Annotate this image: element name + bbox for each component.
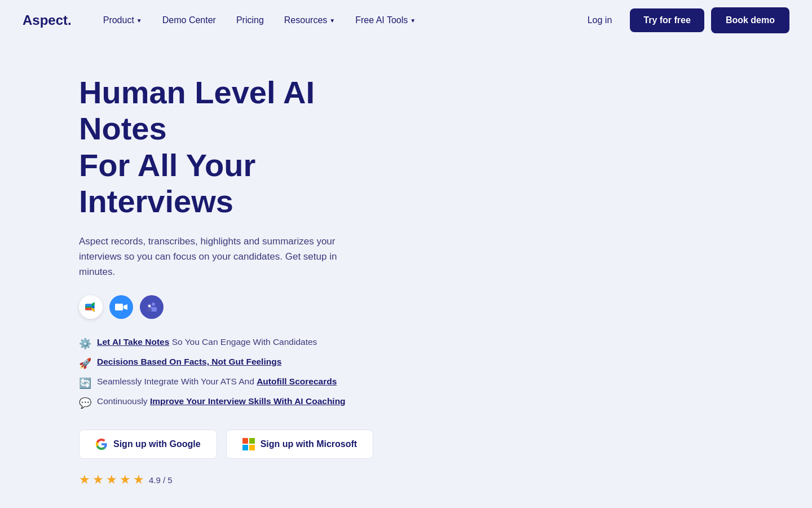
feature-item-1: ⚙️ Let AI Take Notes So You Can Engage W… [79,337,733,350]
platform-icons [79,295,733,319]
feature-link-3[interactable]: Autofill Scorecards [257,376,337,386]
feature-link-1[interactable]: Let AI Take Notes [97,337,169,347]
feature-link-4[interactable]: Improve Your Interview Skills With AI Co… [150,396,346,406]
nav-links: Product ▼ Demo Center Pricing Resources … [94,11,576,30]
star-1: ★ [79,472,90,487]
nav-demo-center[interactable]: Demo Center [153,11,225,30]
star-2: ★ [92,472,104,487]
svg-rect-6 [147,308,152,312]
feature-item-2: 🚀 Decisions Based On Facts, Not Gut Feel… [79,357,733,370]
star-3: ★ [106,472,117,487]
book-demo-button[interactable]: Book demo [711,7,789,33]
hero-subtitle: Aspect records, transcribes, highlights … [79,234,372,280]
login-button[interactable]: Log in [576,10,624,31]
resources-dropdown-arrow: ▼ [329,17,335,24]
zoom-icon [109,295,133,319]
nav-actions: Log in Try for free Book demo [576,7,789,33]
feature-list: ⚙️ Let AI Take Notes So You Can Engage W… [79,337,733,409]
feature-emoji-4: 💬 [79,397,91,409]
try-free-button[interactable]: Try for free [630,8,704,32]
feature-item-4: 💬 Continuously Improve Your Interview Sk… [79,396,733,409]
logo[interactable]: Aspect. [23,12,72,28]
product-dropdown-arrow: ▼ [136,17,142,24]
nav-product[interactable]: Product ▼ [94,11,151,30]
svg-point-5 [148,305,151,308]
google-logo-icon [95,438,108,450]
rating-value: 4.9 / 5 [149,475,173,485]
rating: ★ ★ ★ ★ ★ 4.9 / 5 [79,472,733,487]
svg-point-3 [152,303,155,306]
feature-emoji-1: ⚙️ [79,338,91,350]
signup-google-button[interactable]: Sign up with Google [79,430,217,459]
feature-link-2[interactable]: Decisions Based On Facts, Not Gut Feelin… [97,357,281,366]
star-5: ★ [133,472,144,487]
hero-title: Human Level AI Notes For All Your Interv… [79,75,406,220]
free-ai-tools-dropdown-arrow: ▼ [410,17,416,24]
signup-microsoft-button[interactable]: Sign up with Microsoft [226,430,374,459]
microsoft-teams-icon [140,295,164,319]
navbar: Aspect. Product ▼ Demo Center Pricing Re… [0,0,812,41]
google-meet-icon [79,295,103,319]
feature-emoji-3: 🔄 [79,377,91,389]
star-4: ★ [120,472,131,487]
signup-buttons: Sign up with Google Sign up with Microso… [79,430,733,459]
feature-emoji-2: 🚀 [79,357,91,370]
microsoft-logo-icon [242,438,255,450]
hero-section: Human Level AI Notes For All Your Interv… [0,41,812,508]
nav-free-ai-tools[interactable]: Free AI Tools ▼ [346,11,425,30]
nav-resources[interactable]: Resources ▼ [275,11,344,30]
nav-pricing[interactable]: Pricing [227,11,273,30]
feature-item-3: 🔄 Seamlessly Integrate With Your ATS And… [79,376,733,389]
